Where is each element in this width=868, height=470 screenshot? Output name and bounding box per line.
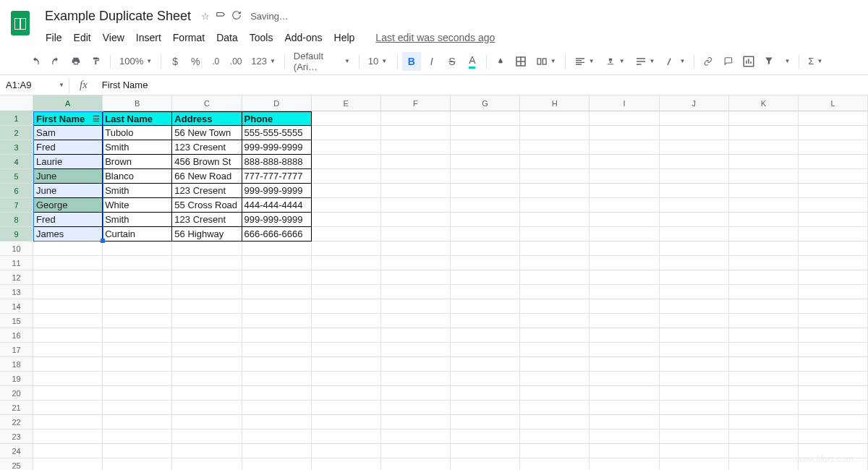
cell-G5[interactable] bbox=[451, 169, 520, 184]
currency-button[interactable]: $ bbox=[166, 52, 184, 71]
cell-C13[interactable] bbox=[172, 285, 242, 299]
cell-J1[interactable] bbox=[660, 111, 729, 126]
cell-H11[interactable] bbox=[520, 256, 590, 270]
cell-C21[interactable] bbox=[172, 401, 242, 415]
cell-D3[interactable]: 999-999-9999 bbox=[242, 140, 312, 155]
row-header-24[interactable]: 24 bbox=[0, 444, 33, 458]
cell-E20[interactable] bbox=[312, 386, 381, 401]
cell-F20[interactable] bbox=[381, 386, 451, 401]
cell-G1[interactable] bbox=[451, 111, 520, 126]
cell-I11[interactable] bbox=[590, 256, 659, 270]
cell-I7[interactable] bbox=[590, 198, 659, 213]
cell-G22[interactable] bbox=[451, 415, 520, 430]
percent-button[interactable]: % bbox=[186, 52, 205, 71]
cell-L20[interactable] bbox=[799, 386, 868, 401]
cell-F24[interactable] bbox=[381, 444, 451, 458]
row-header-6[interactable]: 6 bbox=[0, 184, 33, 198]
cell-B7[interactable]: White bbox=[103, 198, 172, 213]
filter-views-button[interactable]: ▼ bbox=[780, 53, 794, 70]
cell-I3[interactable] bbox=[590, 140, 659, 155]
cell-G14[interactable] bbox=[451, 299, 520, 314]
cell-D21[interactable] bbox=[242, 401, 312, 415]
cell-F4[interactable] bbox=[381, 155, 451, 169]
cell-F6[interactable] bbox=[381, 184, 451, 198]
cell-L6[interactable] bbox=[799, 184, 868, 198]
cell-A22[interactable] bbox=[33, 415, 103, 430]
cell-K21[interactable] bbox=[729, 401, 799, 415]
cell-I1[interactable] bbox=[590, 111, 659, 126]
cell-A11[interactable] bbox=[33, 256, 103, 270]
cell-F8[interactable] bbox=[381, 213, 451, 227]
cell-H23[interactable] bbox=[520, 430, 590, 444]
cell-H3[interactable] bbox=[520, 140, 590, 155]
cell-C2[interactable]: 56 New Town bbox=[172, 126, 242, 140]
cell-E17[interactable] bbox=[312, 343, 381, 357]
cell-L19[interactable] bbox=[799, 372, 868, 386]
cell-I22[interactable] bbox=[590, 415, 659, 430]
cell-G8[interactable] bbox=[451, 213, 520, 227]
cell-A20[interactable] bbox=[33, 386, 103, 401]
cell-L23[interactable] bbox=[799, 430, 868, 444]
cell-I5[interactable] bbox=[590, 169, 659, 184]
cell-I12[interactable] bbox=[590, 270, 659, 285]
cell-F11[interactable] bbox=[381, 256, 451, 270]
cell-B5[interactable]: Blanco bbox=[103, 169, 172, 184]
cell-K6[interactable] bbox=[729, 184, 799, 198]
cell-F7[interactable] bbox=[381, 198, 451, 213]
cell-B8[interactable]: Smith bbox=[103, 213, 172, 227]
cell-C6[interactable]: 123 Cresent bbox=[172, 184, 242, 198]
cell-L17[interactable] bbox=[799, 343, 868, 357]
cell-H10[interactable] bbox=[520, 242, 590, 256]
cell-I21[interactable] bbox=[590, 401, 659, 415]
cell-A16[interactable] bbox=[33, 328, 103, 343]
cell-L12[interactable] bbox=[799, 270, 868, 285]
cell-E16[interactable] bbox=[312, 328, 381, 343]
cell-I20[interactable] bbox=[590, 386, 659, 401]
cell-G17[interactable] bbox=[451, 343, 520, 357]
col-header-G[interactable]: G bbox=[451, 95, 520, 111]
cell-D24[interactable] bbox=[242, 444, 312, 458]
cell-B1[interactable]: Last Name bbox=[103, 111, 172, 126]
cell-B21[interactable] bbox=[103, 401, 172, 415]
cell-J22[interactable] bbox=[660, 415, 729, 430]
cell-L1[interactable] bbox=[799, 111, 868, 126]
cell-A2[interactable]: Sam bbox=[33, 126, 103, 140]
format-select[interactable]: 123▼ bbox=[247, 53, 280, 70]
cell-L4[interactable] bbox=[799, 155, 868, 169]
cell-E9[interactable] bbox=[312, 227, 381, 242]
font-select[interactable]: Default (Ari…▼ bbox=[289, 53, 354, 70]
cell-I4[interactable] bbox=[590, 155, 659, 169]
strikethrough-button[interactable]: S bbox=[443, 52, 461, 71]
row-header-3[interactable]: 3 bbox=[0, 140, 33, 155]
cell-F17[interactable] bbox=[381, 343, 451, 357]
cell-D5[interactable]: 777-777-7777 bbox=[242, 169, 312, 184]
cell-F18[interactable] bbox=[381, 357, 451, 372]
increase-decimal-button[interactable]: .00 bbox=[226, 52, 245, 71]
cell-H4[interactable] bbox=[520, 155, 590, 169]
cell-L2[interactable] bbox=[799, 126, 868, 140]
filter-icon[interactable]: ☰ bbox=[93, 114, 100, 124]
cell-D1[interactable]: Phone bbox=[242, 111, 312, 126]
cell-A9[interactable]: James bbox=[33, 227, 103, 242]
cell-E25[interactable] bbox=[312, 458, 381, 470]
col-header-A[interactable]: A bbox=[33, 95, 103, 111]
cell-B24[interactable] bbox=[103, 444, 172, 458]
cell-H7[interactable] bbox=[520, 198, 590, 213]
fill-color-button[interactable] bbox=[491, 52, 510, 71]
cell-A3[interactable]: Fred bbox=[33, 140, 103, 155]
cell-B6[interactable]: Smith bbox=[103, 184, 172, 198]
cell-B20[interactable] bbox=[103, 386, 172, 401]
cell-K23[interactable] bbox=[729, 430, 799, 444]
cell-E23[interactable] bbox=[312, 430, 381, 444]
cell-A24[interactable] bbox=[33, 444, 103, 458]
cell-D10[interactable] bbox=[242, 242, 312, 256]
cell-C7[interactable]: 55 Cross Road bbox=[172, 198, 242, 213]
cell-K9[interactable] bbox=[729, 227, 799, 242]
cell-L10[interactable] bbox=[799, 242, 868, 256]
undo-button[interactable] bbox=[26, 52, 45, 71]
cell-L5[interactable] bbox=[799, 169, 868, 184]
cell-C19[interactable] bbox=[172, 372, 242, 386]
cell-C9[interactable]: 56 Highway bbox=[172, 227, 242, 242]
cell-A19[interactable] bbox=[33, 372, 103, 386]
cell-K15[interactable] bbox=[729, 314, 799, 328]
